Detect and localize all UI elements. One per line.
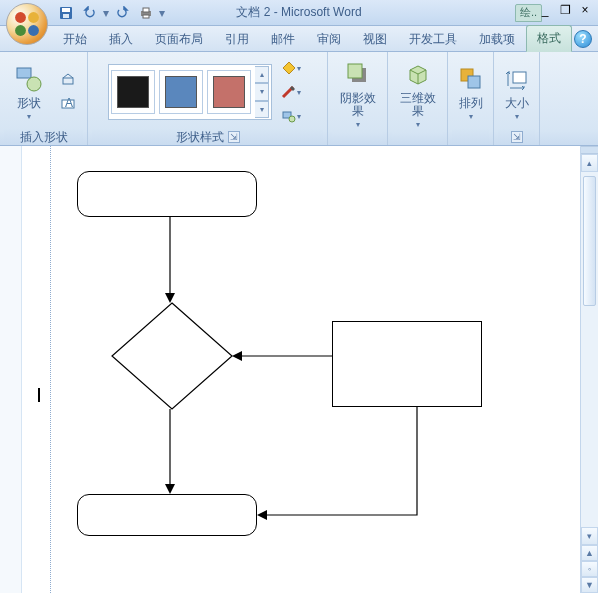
tab-mailings[interactable]: 邮件 — [260, 26, 306, 52]
edit-shape-button[interactable] — [57, 69, 79, 91]
tab-view[interactable]: 视图 — [352, 26, 398, 52]
prev-page-button[interactable]: ▲ — [581, 545, 598, 561]
scroll-thumb[interactable] — [583, 176, 596, 306]
quick-access-toolbar: ▾ ▾ — [55, 0, 165, 25]
flowchart-terminator-top[interactable] — [77, 171, 257, 217]
arrow-down-1[interactable] — [162, 217, 178, 303]
tab-addins[interactable]: 加载项 — [468, 26, 526, 52]
threed-effects-button[interactable]: 三维效果 ▾ — [392, 55, 443, 132]
scroll-up-button[interactable]: ▴ — [581, 154, 598, 172]
svg-rect-18 — [348, 64, 362, 78]
tab-insert[interactable]: 插入 — [98, 26, 144, 52]
svg-rect-5 — [62, 8, 70, 12]
text-cursor — [38, 388, 40, 402]
arrange-button-label: 排列 — [459, 97, 483, 110]
gallery-down-button[interactable]: ▾ — [255, 83, 269, 100]
gallery-up-button[interactable]: ▴ — [255, 66, 269, 83]
tab-home[interactable]: 开始 — [52, 26, 98, 52]
group-shadow: 阴影效果 ▾ — [328, 52, 388, 145]
scroll-track[interactable] — [581, 172, 598, 527]
style-swatch-2[interactable] — [159, 70, 203, 114]
arrange-icon — [455, 63, 487, 95]
tab-developer[interactable]: 开发工具 — [398, 26, 468, 52]
tab-review[interactable]: 审阅 — [306, 26, 352, 52]
svg-text:A: A — [65, 97, 73, 110]
shadow-button-label: 阴影效果 — [339, 92, 376, 118]
svg-point-16 — [289, 116, 295, 122]
cube-icon — [402, 58, 434, 90]
flowchart-decision[interactable] — [110, 301, 234, 411]
flowchart-terminator-bottom[interactable] — [77, 494, 257, 536]
shape-fill-button[interactable]: ▾ — [277, 57, 305, 79]
svg-point-1 — [28, 12, 39, 23]
chevron-down-icon: ▾ — [469, 112, 473, 121]
svg-point-0 — [15, 12, 26, 23]
shape-outline-button[interactable]: ▾ — [277, 81, 305, 103]
svg-rect-9 — [143, 15, 149, 18]
flowchart-process[interactable] — [332, 321, 482, 407]
shape-style-gallery[interactable]: ▴ ▾ ▾ — [108, 64, 272, 120]
qat-customize-dropdown[interactable]: ▾ — [159, 2, 165, 24]
shapes-icon — [13, 63, 45, 95]
select-browse-object-button[interactable]: ◦ — [581, 561, 598, 577]
save-button[interactable] — [55, 2, 77, 24]
redo-button[interactable] — [111, 2, 133, 24]
group-label-insert-shapes: 插入形状 — [4, 129, 83, 145]
threed-button-label: 三维效果 — [399, 92, 436, 118]
vertical-scrollbar[interactable]: ▴ ▾ ▲ ◦ ▼ — [580, 146, 598, 593]
close-button[interactable]: × — [576, 2, 594, 18]
help-button[interactable]: ? — [574, 30, 592, 48]
dialog-launcher-size[interactable]: ⇲ — [511, 131, 523, 143]
group-shape-styles: ▴ ▾ ▾ ▾ ▾ ▾ 形状样式⇲ — [88, 52, 328, 145]
next-page-button[interactable]: ▼ — [581, 577, 598, 593]
tab-references[interactable]: 引用 — [214, 26, 260, 52]
change-shape-button[interactable]: ▾ — [277, 105, 305, 127]
group-3d: 三维效果 ▾ — [388, 52, 448, 145]
shadow-effects-button[interactable]: 阴影效果 ▾ — [332, 55, 383, 132]
tab-format[interactable]: 格式 — [526, 25, 572, 52]
shapes-button-label: 形状 — [17, 97, 41, 110]
arrow-down-2[interactable] — [162, 409, 178, 494]
svg-rect-8 — [143, 8, 149, 12]
vertical-ruler[interactable] — [0, 146, 22, 593]
svg-marker-26 — [232, 351, 242, 361]
svg-point-3 — [28, 25, 39, 36]
group-label-3d — [392, 132, 443, 145]
office-button[interactable] — [6, 3, 48, 45]
scroll-down-button[interactable]: ▾ — [581, 527, 598, 545]
svg-point-11 — [27, 77, 41, 91]
text-box-button[interactable]: A — [57, 93, 79, 115]
style-swatch-3[interactable] — [207, 70, 251, 114]
size-button-label: 大小 — [505, 97, 529, 110]
insert-shapes-side: A — [55, 67, 81, 117]
chevron-down-icon: ▾ — [356, 120, 360, 129]
restore-button[interactable]: ❐ — [556, 2, 574, 18]
group-size: 大小 ▾ ⇲ — [494, 52, 540, 145]
group-label-shadow — [332, 132, 383, 145]
group-insert-shapes: 形状 ▾ A 插入形状 — [0, 52, 88, 145]
document-area: ▴ ▾ ▲ ◦ ▼ — [0, 146, 598, 593]
gallery-more-button[interactable]: ▾ — [255, 101, 269, 118]
group-arrange: 排列 ▾ — [448, 52, 494, 145]
group-label-size: ⇲ — [498, 129, 535, 145]
tab-page-layout[interactable]: 页面布局 — [144, 26, 214, 52]
browse-object-nav: ▲ ◦ ▼ — [581, 545, 598, 593]
page-canvas[interactable] — [22, 146, 580, 593]
gallery-scroll: ▴ ▾ ▾ — [255, 66, 269, 118]
size-button[interactable]: 大小 ▾ — [494, 60, 540, 124]
quick-print-button[interactable] — [135, 2, 157, 24]
arrow-elbow[interactable] — [257, 407, 422, 527]
shapes-button[interactable]: 形状 ▾ — [6, 60, 52, 124]
dialog-launcher-shape-styles[interactable]: ⇲ — [228, 131, 240, 143]
chevron-down-icon: ▾ — [27, 112, 31, 121]
qat-dropdown-undo[interactable]: ▾ — [103, 2, 109, 24]
arrow-left-1[interactable] — [232, 348, 334, 364]
style-swatch-1[interactable] — [111, 70, 155, 114]
chevron-down-icon: ▾ — [416, 120, 420, 129]
split-handle[interactable] — [581, 146, 598, 154]
margin-guide — [50, 146, 51, 593]
svg-marker-28 — [165, 484, 175, 494]
arrange-button[interactable]: 排列 ▾ — [448, 60, 494, 124]
minimize-button[interactable]: _ — [536, 2, 554, 18]
undo-button[interactable] — [79, 2, 101, 24]
